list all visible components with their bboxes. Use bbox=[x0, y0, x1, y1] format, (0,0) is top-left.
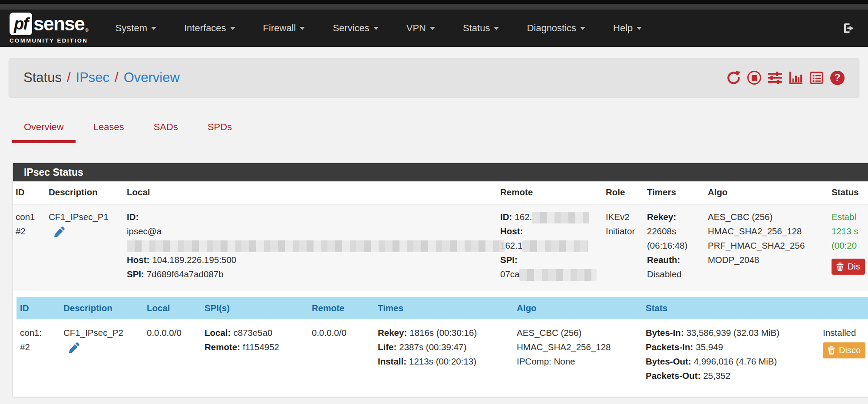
redacted-remote-id bbox=[532, 212, 589, 223]
edit-icon[interactable] bbox=[54, 226, 66, 237]
local-spi-label: SPI: bbox=[127, 269, 144, 279]
child-sa-row: con1: #2 CF1_IPsec_P2 0.0.0.0/0 Local:c8… bbox=[17, 319, 868, 387]
col-times: Times bbox=[374, 297, 513, 319]
nav-item-interfaces[interactable]: Interfaces bbox=[184, 23, 235, 34]
packets-in-label: Packets-In: bbox=[646, 342, 693, 352]
rekey-label: Rekey: bbox=[378, 328, 407, 338]
ike-sa-row: con1 #2 CF1_IPsec_P1 ID: ipsec@a Host:10… bbox=[13, 204, 868, 291]
tab-overview[interactable]: Overview bbox=[12, 122, 76, 143]
stop-service-icon[interactable] bbox=[747, 71, 761, 85]
edit-icon[interactable] bbox=[69, 342, 80, 353]
ike-sa-table: ID Description Local Remote Role Timers … bbox=[13, 181, 868, 291]
algo-encryption: AES_CBC (256) bbox=[517, 325, 639, 340]
chevron-down-icon bbox=[494, 27, 499, 30]
breadcrumb-link-ipsec[interactable]: IPsec bbox=[76, 70, 110, 85]
help-icon[interactable]: ? bbox=[830, 71, 845, 85]
browser-top-strip bbox=[0, 0, 868, 4]
child-id-cell: con1: #2 bbox=[17, 319, 60, 387]
child-spi-cell: Local:c873e5a0 Remote:f1154952 bbox=[201, 319, 308, 387]
col-role: Role bbox=[603, 181, 644, 204]
bytes-out-value: 4,996,016 (4.76 MiB) bbox=[694, 356, 777, 366]
logout-icon[interactable] bbox=[842, 22, 855, 35]
disconnect-label: Disco bbox=[839, 345, 861, 355]
nav-item-services[interactable]: Services bbox=[333, 23, 378, 34]
ike-header-row: ID Description Local Remote Role Timers … bbox=[13, 181, 868, 204]
rekey-label: Rekey: bbox=[647, 210, 700, 224]
nav-label: Firewall bbox=[263, 23, 296, 34]
algo-ipcomp: IPComp: None bbox=[517, 354, 639, 368]
status-established: Establ bbox=[832, 210, 868, 224]
child-sa-table: ID Description Local SPI(s) Remote Times… bbox=[17, 297, 868, 387]
child-sa-section: ID Description Local SPI(s) Remote Times… bbox=[17, 297, 868, 397]
breadcrumb-section: Status bbox=[23, 70, 62, 85]
ike-remote-cell: ID:162. Host: 162.1 SPI: 07ca bbox=[498, 204, 603, 291]
ike-version: IKEv2 bbox=[606, 210, 642, 224]
chevron-down-icon bbox=[230, 27, 235, 30]
filter-icon[interactable] bbox=[768, 71, 782, 85]
ike-local-cell: ID: ipsec@a Host:104.189.226.195:500 SPI… bbox=[124, 204, 498, 291]
col-local: Local bbox=[143, 297, 201, 319]
pfsense-logo[interactable]: pf sense ® COMMUNITY EDITION bbox=[10, 13, 89, 44]
spi-local-label: Local: bbox=[205, 328, 231, 338]
chevron-down-icon bbox=[637, 27, 642, 30]
col-actions bbox=[819, 297, 868, 319]
chevron-down-icon bbox=[300, 27, 305, 30]
chevron-down-icon bbox=[580, 27, 585, 30]
local-host-label: Host: bbox=[127, 255, 149, 265]
breadcrumb: Status / IPsec / Overview bbox=[23, 70, 180, 85]
child-algo-cell: AES_CBC (256) HMAC_SHA2_256_128 IPComp: … bbox=[513, 319, 642, 387]
col-local: Local bbox=[124, 181, 498, 204]
ike-sa-number: #2 bbox=[16, 224, 43, 238]
local-spi-value: 7d689f64a7ad087b bbox=[147, 269, 224, 279]
connection-id: con1 bbox=[16, 210, 43, 224]
algo-integrity: HMAC_SHA2_256_128 bbox=[517, 340, 639, 354]
nav-item-vpn[interactable]: VPN bbox=[406, 23, 435, 34]
tab-leases[interactable]: Leases bbox=[82, 122, 136, 143]
nav-item-status[interactable]: Status bbox=[463, 23, 499, 34]
child-header-row: ID Description Local SPI(s) Remote Times… bbox=[17, 297, 868, 319]
col-algo: Algo bbox=[705, 181, 829, 204]
nav-item-diagnostics[interactable]: Diagnostics bbox=[527, 23, 585, 34]
local-id-label: ID: bbox=[127, 212, 139, 222]
packets-out-label: Packets-Out: bbox=[646, 371, 700, 381]
nav-item-system[interactable]: System bbox=[116, 23, 156, 34]
col-stats: Stats bbox=[642, 297, 819, 319]
remote-id-value: 162. bbox=[515, 212, 532, 222]
log-icon[interactable] bbox=[809, 71, 824, 85]
ike-role-cell: IKEv2 Initiator bbox=[603, 204, 644, 291]
algo-encryption: AES_CBC (256) bbox=[708, 210, 826, 224]
col-description: Description bbox=[60, 297, 143, 319]
local-host-value: 104.189.226.195:500 bbox=[152, 255, 236, 265]
refresh-icon[interactable] bbox=[726, 71, 741, 85]
panel-title: IPsec Status bbox=[13, 163, 868, 181]
nav-label: Interfaces bbox=[184, 23, 226, 34]
remote-spi-label: SPI: bbox=[500, 255, 518, 265]
reauth-value: Disabled bbox=[647, 267, 703, 281]
disconnect-button[interactable]: Dis bbox=[832, 259, 865, 275]
breadcrumb-link-overview[interactable]: Overview bbox=[124, 70, 180, 85]
child-status-cell: Installed Disco bbox=[819, 319, 868, 387]
local-id-value: ipsec@a bbox=[127, 226, 162, 236]
bytes-in-value: 33,586,939 (32.03 MiB) bbox=[686, 328, 779, 338]
logo-wordmark: sense bbox=[33, 13, 84, 35]
chart-icon[interactable] bbox=[789, 71, 803, 85]
nav-label: System bbox=[116, 23, 147, 34]
tab-sads[interactable]: SADs bbox=[142, 122, 190, 143]
trash-icon bbox=[828, 346, 835, 355]
top-navbar: pf sense ® COMMUNITY EDITION System Inte… bbox=[0, 10, 868, 47]
browser-top-strip-2 bbox=[0, 4, 868, 10]
nav-item-help[interactable]: Help bbox=[613, 23, 642, 34]
breadcrumb-separator: / bbox=[115, 70, 119, 85]
nav-item-firewall[interactable]: Firewall bbox=[263, 23, 305, 34]
tab-spds[interactable]: SPDs bbox=[196, 122, 244, 143]
disconnect-child-button[interactable]: Disco bbox=[823, 342, 865, 358]
tab-bar: Overview Leases SADs SPDs bbox=[12, 122, 868, 143]
logo-tagline: COMMUNITY EDITION bbox=[10, 37, 89, 44]
install-value: 1213s (00:20:13) bbox=[409, 356, 476, 366]
life-value: 2387s (00:39:47) bbox=[399, 342, 466, 352]
chevron-down-icon bbox=[373, 27, 379, 30]
ike-description-cell: CF1_IPsec_P1 bbox=[46, 204, 124, 291]
bytes-in-label: Bytes-In: bbox=[646, 328, 684, 338]
redacted-local-id bbox=[127, 240, 505, 252]
pf-logo-mark: pf bbox=[10, 13, 32, 35]
